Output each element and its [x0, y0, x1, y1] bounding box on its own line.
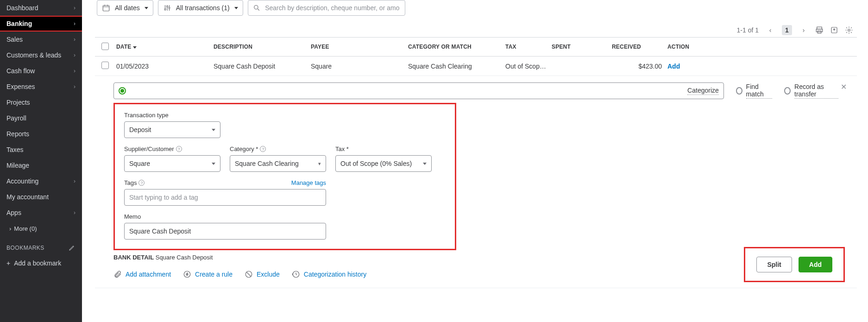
gear-icon[interactable] [845, 26, 853, 34]
chevron-down-icon [145, 7, 148, 9]
pager-page-1[interactable]: 1 [782, 25, 792, 35]
sidebar-add-bookmark[interactable]: +Add a bookmark [0, 255, 82, 271]
sidebar-item-my-accountant[interactable]: My accountant [0, 189, 82, 205]
add-attachment-link[interactable]: Add attachment [113, 270, 171, 278]
sidebar-item-projects[interactable]: Projects [0, 95, 82, 110]
svg-rect-5 [817, 27, 822, 29]
col-category[interactable]: CATEGORY OR MATCH [405, 44, 503, 50]
exclude-link[interactable]: Exclude [245, 270, 280, 278]
add-button[interactable]: Add [799, 257, 832, 272]
col-date[interactable]: DATE [113, 44, 211, 50]
info-icon[interactable]: ? [176, 146, 182, 152]
chevron-right-icon [74, 52, 75, 58]
history-icon [292, 270, 300, 278]
cell-payee: Square [308, 63, 405, 70]
dates-filter[interactable]: All dates [97, 0, 153, 16]
chevron-right-icon [74, 20, 75, 27]
category-label: Category *? [230, 145, 326, 152]
sidebar-item-taxes[interactable]: Taxes [0, 142, 82, 158]
col-action[interactable]: ACTION [665, 44, 711, 50]
sidebar-more[interactable]: More (0) [0, 221, 82, 237]
caret-down-icon: ▾ [318, 161, 321, 167]
radio-categorize[interactable]: Categorize [113, 82, 724, 99]
pager-prev[interactable]: ‹ [765, 25, 775, 35]
sidebar-item-dashboard[interactable]: Dashboard [0, 0, 82, 16]
create-rule-link[interactable]: Create a rule [183, 270, 233, 278]
col-tax[interactable]: TAX [503, 44, 549, 50]
split-button[interactable]: Split [756, 257, 792, 272]
col-received[interactable]: RECEIVED [609, 44, 665, 50]
sidebar-item-expenses[interactable]: Expenses [0, 79, 82, 95]
svg-point-2 [166, 6, 168, 7]
cell-category: Square Cash Clearing [405, 63, 503, 70]
paperclip-icon [113, 270, 122, 278]
sidebar-item-banking[interactable]: Banking [0, 16, 82, 32]
tax-select[interactable]: Out of Scope (0% Sales) [335, 155, 432, 172]
radio-record-transfer[interactable]: Record as transfer [784, 83, 838, 99]
plus-icon: + [6, 259, 10, 267]
manage-tags-link[interactable]: Manage tags [291, 179, 326, 186]
history-link[interactable]: Categorization history [292, 270, 366, 278]
sidebar-item-mileage[interactable]: Mileage [0, 158, 82, 173]
cell-date: 01/05/2023 [113, 63, 211, 70]
info-icon[interactable]: ? [138, 180, 145, 186]
supplier-label: Supplier/Customer? [124, 145, 220, 152]
sidebar-item-cashflow[interactable]: Cash flow [0, 63, 82, 79]
transaction-type-select[interactable]: Deposit [124, 121, 220, 138]
sidebar-item-payroll[interactable]: Payroll [0, 110, 82, 126]
export-icon[interactable] [830, 26, 838, 34]
sidebar: Dashboard Banking Sales Customers & lead… [0, 0, 82, 322]
lightning-icon [183, 270, 191, 278]
supplier-select[interactable]: Square [124, 155, 220, 172]
sidebar-item-customers[interactable]: Customers & leads [0, 47, 82, 63]
chevron-down-icon [212, 129, 215, 131]
col-description[interactable]: DESCRIPTION [211, 44, 308, 50]
chevron-right-icon [74, 5, 75, 11]
col-spent[interactable]: SPENT [549, 44, 609, 50]
main-content: All dates All transactions (1) 1-1 of 1 … [82, 0, 868, 322]
chevron-down-icon [212, 163, 215, 165]
search-input[interactable] [248, 0, 405, 16]
tags-label: Tags? [124, 179, 145, 186]
table-row[interactable]: 01/05/2023 Square Cash Deposit Square Sq… [95, 57, 857, 76]
transaction-type-label: Transaction type [124, 112, 220, 119]
chevron-right-icon [74, 209, 75, 216]
memo-input[interactable] [124, 223, 326, 240]
pencil-icon[interactable] [69, 244, 75, 251]
sidebar-item-reports[interactable]: Reports [0, 126, 82, 142]
col-payee[interactable]: PAYEE [308, 44, 405, 50]
close-icon[interactable]: ✕ [841, 82, 847, 91]
search-icon [253, 4, 261, 12]
exclude-icon [245, 270, 253, 278]
chevron-down-icon [423, 163, 427, 165]
sidebar-item-accounting[interactable]: Accounting [0, 173, 82, 189]
sidebar-item-apps[interactable]: Apps [0, 205, 82, 221]
transactions-filter[interactable]: All transactions (1) [158, 0, 243, 16]
sidebar-bookmarks-header: BOOKMARKS [0, 237, 82, 255]
memo-label: Memo [124, 213, 326, 220]
svg-point-10 [184, 271, 190, 278]
transaction-detail-panel: ✕ Categorize Find match Record as transf… [95, 76, 857, 288]
sliders-icon [163, 4, 171, 12]
calendar-icon [102, 4, 110, 12]
chevron-right-icon [74, 68, 75, 74]
select-all-checkbox[interactable] [101, 43, 109, 50]
pager-next[interactable]: › [799, 25, 809, 35]
radio-find-match[interactable]: Find match [736, 83, 772, 99]
chevron-down-icon [234, 7, 238, 9]
search-field[interactable] [265, 4, 400, 12]
row-checkbox[interactable] [101, 62, 109, 69]
category-select[interactable]: Square Cash Clearing▾ [230, 155, 326, 172]
info-icon[interactable]: ? [260, 146, 266, 152]
row-add-link[interactable]: Add [667, 63, 680, 70]
sidebar-item-sales[interactable]: Sales [0, 32, 82, 47]
svg-point-9 [848, 29, 850, 32]
categorize-form: Transaction type Deposit Supplier/Custom… [113, 103, 456, 250]
svg-rect-6 [816, 29, 823, 32]
pager-range: 1-1 of 1 [737, 26, 759, 34]
tags-input[interactable] [124, 189, 326, 206]
print-icon[interactable] [815, 26, 824, 34]
svg-point-3 [169, 7, 170, 9]
tax-label: Tax * [335, 145, 432, 152]
sort-desc-icon [133, 46, 137, 49]
